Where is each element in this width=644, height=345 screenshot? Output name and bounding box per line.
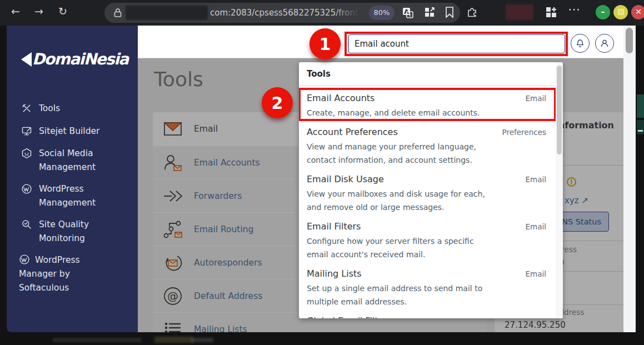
sidebar-item-label: Site Quality Monitoring: [39, 218, 127, 246]
svg-text:x: x: [408, 13, 411, 18]
sidebar-item-social-media-management[interactable]: Social Media Management: [21, 147, 127, 174]
screen: ← → ↻ com:2083/cpsess5682275325/fronten …: [0, 0, 644, 345]
translate-icon[interactable]: Ax: [401, 6, 415, 22]
result-mailing-lists[interactable]: Mailing ListsEmail Set up a single email…: [307, 268, 546, 308]
search-results-dropdown: Tools Email AccountsEmail Create, manage…: [299, 62, 563, 318]
result-title: Global Email Filters: [307, 316, 392, 318]
tools-icon: [21, 103, 32, 114]
browser-toolbar: ← → ↻ com:2083/cpsess5682275325/fronten …: [0, 0, 644, 26]
sidebar-item-wordpress-manager-softaculous[interactable]: WordPress Manager by Softaculous: [19, 253, 108, 295]
sidebar-item-label: WordPress Management: [39, 182, 127, 210]
result-account-preferences[interactable]: Account PreferencesPreferences View and …: [307, 127, 546, 167]
window-maximize-button[interactable]: [613, 5, 628, 19]
fullscreen-icon[interactable]: [423, 6, 436, 21]
taskbar-smudge: [154, 337, 193, 343]
social-media-icon: [21, 148, 32, 159]
sidebar-item-label: Sitejet Builder: [39, 124, 99, 138]
sidebar: DomaiNesia Tools Sitejet Builder Social …: [7, 26, 138, 332]
sidebar-item-sitejet-builder[interactable]: Sitejet Builder: [21, 124, 99, 138]
result-title: Email Accounts: [307, 93, 375, 103]
page-zoom-badge[interactable]: 80%: [369, 6, 395, 20]
result-description: Set up a single email address to send ma…: [307, 282, 491, 308]
notifications-button[interactable]: [571, 34, 590, 53]
extension-redacted: [506, 4, 533, 20]
logo-triangle-icon: [21, 52, 32, 67]
address-bar[interactable]: com:2083/cpsess5682275325/fronten 80% Ax: [104, 3, 460, 23]
logo-text: DomaiNesia: [32, 50, 128, 68]
page-scrollbar[interactable]: [623, 26, 636, 332]
result-tag: Email: [526, 94, 546, 103]
bell-icon: [575, 38, 585, 48]
bookmark-icon[interactable]: [444, 6, 455, 21]
result-title: Email Filters: [307, 221, 361, 232]
redacted-domain: [126, 6, 208, 20]
taskbar-smudge: [191, 338, 213, 342]
background-window-fragment: [638, 130, 643, 132]
user-icon: [600, 38, 610, 48]
result-description: View and manage your preferred language,…: [307, 140, 491, 167]
divider: [299, 85, 563, 86]
dropdown-section-title: Tools: [307, 69, 546, 79]
result-email-disk-usage[interactable]: Email Disk UsageEmail View your mailboxe…: [307, 174, 546, 214]
result-title: Email Disk Usage: [307, 174, 384, 184]
extensions-puzzle-icon[interactable]: [466, 6, 479, 21]
result-title: Mailing Lists: [307, 268, 362, 279]
sidebar-item-label: Social Media Management: [39, 147, 127, 174]
sidebar-item-tools[interactable]: Tools: [21, 102, 60, 116]
result-email-filters[interactable]: Email FiltersEmail Configure how your se…: [307, 221, 546, 261]
result-title: Account Preferences: [307, 127, 398, 137]
result-description: View your mailboxes and disk usage for e…: [307, 187, 491, 214]
annotation-step-2: 2: [262, 87, 293, 118]
dropdown-scrollbar[interactable]: [556, 62, 563, 318]
monitor-pen-icon: [21, 126, 32, 137]
url-fade: [333, 5, 370, 21]
wordpress-icon: [21, 183, 32, 194]
result-tag: Email: [526, 269, 546, 278]
account-button[interactable]: [595, 34, 614, 53]
sidebar-item-wordpress-management[interactable]: WordPress Management: [21, 182, 127, 210]
result-description: Configure how your server filters a spec…: [307, 234, 491, 261]
desktop-edge-bottom: [0, 332, 644, 345]
reload-icon[interactable]: ↻: [55, 5, 71, 17]
window-close-button[interactable]: ✕: [631, 5, 644, 19]
lock-icon[interactable]: [113, 8, 122, 20]
forward-icon[interactable]: →: [31, 5, 47, 17]
background-window-fragment: [637, 94, 644, 118]
annotation-step-1: 1: [309, 28, 341, 59]
result-tag: Email: [526, 175, 546, 184]
magnifier-check-icon: [21, 219, 32, 230]
result-description: Create, manage, and delete email account…: [307, 106, 491, 119]
apps-grid-icon[interactable]: [545, 6, 558, 21]
result-tag: Preferences: [502, 128, 546, 137]
taskbar-smudge: [53, 338, 142, 342]
desktop-edge-right: [636, 26, 644, 345]
browser-menu-icon[interactable]: ⋯: [568, 2, 581, 16]
wordpress-icon: [19, 254, 30, 265]
sidebar-item-label: Tools: [39, 102, 60, 116]
result-tag: Email: [526, 222, 546, 231]
back-icon[interactable]: ←: [8, 5, 23, 17]
dropdown-scrollbar-thumb[interactable]: [557, 66, 562, 154]
sidebar-item-site-quality-monitoring[interactable]: Site Quality Monitoring: [21, 218, 127, 246]
result-email-accounts[interactable]: Email AccountsEmail Create, manage, and …: [307, 93, 546, 119]
result-global-email-filters[interactable]: Global Email Filters: [307, 316, 546, 318]
background-window-fragment: [637, 120, 644, 134]
page-scrollbar-thumb[interactable]: [626, 28, 633, 53]
window-minimize-button[interactable]: –: [596, 5, 610, 19]
domainesia-logo[interactable]: DomaiNesia: [21, 50, 128, 68]
annotation-box-search: [345, 32, 568, 56]
